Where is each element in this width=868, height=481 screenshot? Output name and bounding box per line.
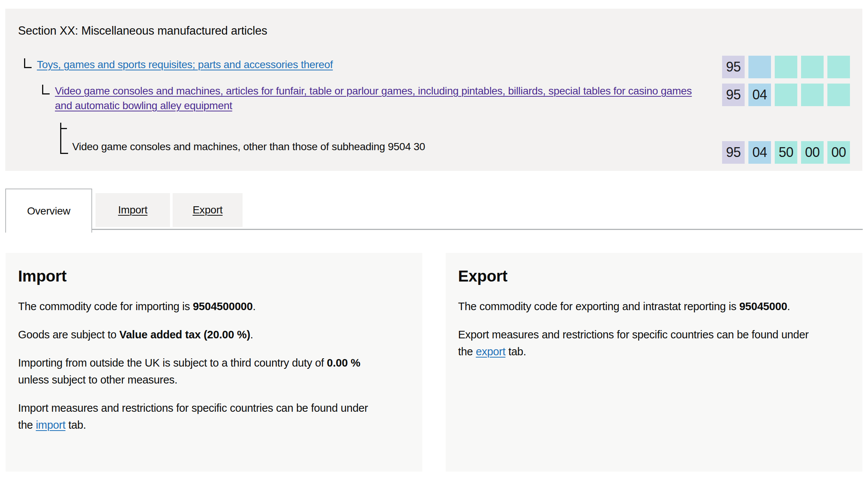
hierarchy-link-chapter[interactable]: Toys, games and sports requisites; parts… xyxy=(37,57,333,72)
bold-value: 0.00 % xyxy=(327,357,360,369)
trade-tariff-page: Section XX: Miscellaneous manufactured a… xyxy=(0,0,868,481)
paragraph-text: The commodity code for importing is xyxy=(18,300,193,312)
code-chip: 50 xyxy=(775,141,797,164)
panel-paragraph: Import measures and restrictions for spe… xyxy=(18,400,375,434)
code-chip: 04 xyxy=(748,141,771,164)
bold-value: 95045000 xyxy=(739,300,787,312)
code-chips-row: 9504 xyxy=(722,84,850,106)
paragraph-text: Importing from outside the UK is subject… xyxy=(18,357,327,369)
code-chip: 00 xyxy=(827,141,850,164)
hierarchy-row-heading: Toys, games and sports requisites; parts… xyxy=(24,57,333,72)
tree-branch-icon xyxy=(60,123,69,154)
panel-paragraph: The commodity code for exporting and int… xyxy=(458,298,797,315)
paragraph-text: Goods are subject to xyxy=(18,329,119,341)
tabs-divider xyxy=(5,229,863,230)
paragraph-text: tab. xyxy=(505,346,526,358)
export-tab-link[interactable]: export xyxy=(476,346,505,358)
import-tab-link[interactable]: import xyxy=(36,419,65,431)
code-chip: 95 xyxy=(722,141,745,164)
bold-value: 9504500000 xyxy=(193,300,253,312)
code-chip xyxy=(801,84,824,106)
code-chip xyxy=(775,56,797,78)
tab-export-label[interactable]: Export xyxy=(193,204,223,216)
paragraph-text: . xyxy=(250,329,253,341)
code-chips-row: 95 xyxy=(722,56,850,78)
code-chip xyxy=(827,84,850,106)
tab-export[interactable]: Export xyxy=(173,193,243,227)
panel-paragraph: Export measures and restrictions for spe… xyxy=(458,326,815,360)
paragraph-text: . xyxy=(787,300,790,312)
export-summary-panel: Export The commodity code for exporting … xyxy=(446,253,862,472)
tab-overview[interactable]: Overview xyxy=(5,189,92,233)
code-chip xyxy=(748,56,771,78)
code-chip xyxy=(827,56,850,78)
tab-overview-label: Overview xyxy=(27,205,70,217)
panel-paragraph: Importing from outside the UK is subject… xyxy=(18,355,387,388)
import-panel-body: The commodity code for importing is 9504… xyxy=(18,298,407,434)
bold-value: Value added tax (20.00 %) xyxy=(119,329,250,341)
export-panel-heading: Export xyxy=(458,267,847,285)
panel-paragraph: The commodity code for importing is 9504… xyxy=(18,298,407,315)
code-chip: 95 xyxy=(722,84,745,106)
paragraph-text: The commodity code for exporting and int… xyxy=(458,300,739,312)
tab-import[interactable]: Import xyxy=(96,193,170,227)
paragraph-text: unless subject to other measures. xyxy=(18,374,178,386)
code-chip: 04 xyxy=(748,84,771,106)
panel-paragraph: Goods are subject to Value added tax (20… xyxy=(18,326,407,343)
code-chip xyxy=(801,56,824,78)
code-chip xyxy=(775,84,797,106)
tree-elbow-icon xyxy=(24,58,32,68)
hierarchy-current-item: Video game consoles and machines, other … xyxy=(72,139,425,154)
tree-elbow-icon xyxy=(42,85,50,94)
tab-import-label[interactable]: Import xyxy=(118,204,147,216)
hierarchy-row-heading: Video game consoles and machines, articl… xyxy=(42,84,694,113)
code-chip: 00 xyxy=(801,141,824,164)
import-panel-heading: Import xyxy=(18,267,407,285)
import-summary-panel: Import The commodity code for importing … xyxy=(6,253,422,472)
code-chip: 95 xyxy=(722,56,745,78)
section-title: Section XX: Miscellaneous manufactured a… xyxy=(18,23,267,38)
export-panel-body: The commodity code for exporting and int… xyxy=(458,298,847,360)
hierarchy-link-heading[interactable]: Video game consoles and machines, articl… xyxy=(55,84,694,113)
paragraph-text: tab. xyxy=(65,419,86,431)
commodity-hierarchy-panel: Section XX: Miscellaneous manufactured a… xyxy=(5,9,862,171)
paragraph-text: . xyxy=(253,300,256,312)
code-chips-row: 9504500000 xyxy=(722,141,850,164)
